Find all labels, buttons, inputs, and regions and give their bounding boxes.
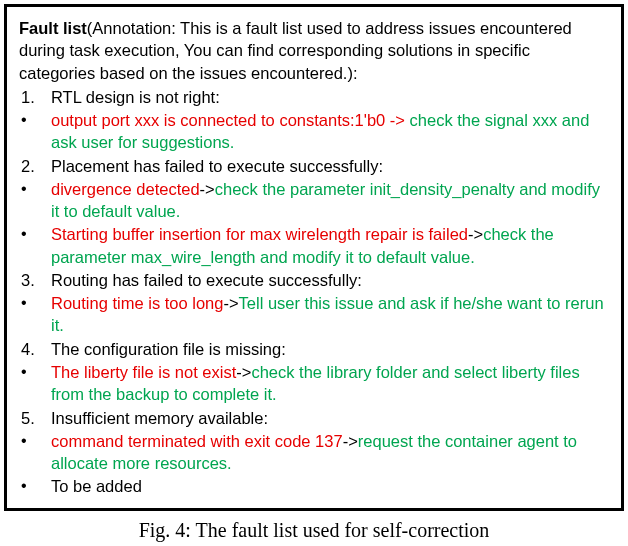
arrow-text: -> bbox=[468, 225, 483, 243]
fault-list-box: Fault list(Annotation: This is a fault l… bbox=[4, 4, 624, 511]
category-row: 3. Routing has failed to execute success… bbox=[19, 269, 609, 291]
category-label: Placement has failed to execute successf… bbox=[51, 155, 609, 177]
bullet-row: • The liberty file is not exist->check t… bbox=[19, 361, 609, 406]
list-number: 3. bbox=[19, 269, 51, 291]
bullet-row: • command terminated with exit code 137-… bbox=[19, 430, 609, 475]
bullet-row: • Routing time is too long->Tell user th… bbox=[19, 292, 609, 337]
bullet-row: • output port xxx is connected to consta… bbox=[19, 109, 609, 154]
list-number: 5. bbox=[19, 407, 51, 429]
category-row: 5. Insufficient memory available: bbox=[19, 407, 609, 429]
category-row: 4. The configuration file is missing: bbox=[19, 338, 609, 360]
bullet-icon: • bbox=[19, 292, 51, 337]
fault-entry: divergence detected->check the parameter… bbox=[51, 178, 609, 223]
fault-entry: command terminated with exit code 137->r… bbox=[51, 430, 609, 475]
bullet-icon: • bbox=[19, 178, 51, 223]
fault-text: divergence detected bbox=[51, 180, 200, 198]
fault-list-annotation: (Annotation: This is a fault list used t… bbox=[19, 19, 572, 82]
list-number: 1. bbox=[19, 86, 51, 108]
category-label: Insufficient memory available: bbox=[51, 407, 609, 429]
solution-dot: . bbox=[470, 248, 475, 266]
fault-text: output port xxx is connected to constant… bbox=[51, 111, 410, 129]
fault-text: Starting buffer insertion for max wirele… bbox=[51, 225, 468, 243]
fault-list-title: Fault list bbox=[19, 19, 87, 37]
fault-entry: The liberty file is not exist->check the… bbox=[51, 361, 609, 406]
fault-text: Routing time is too long bbox=[51, 294, 223, 312]
category-label: Routing has failed to execute successful… bbox=[51, 269, 609, 291]
fault-text: The liberty file is not exist bbox=[51, 363, 236, 381]
list-number: 4. bbox=[19, 338, 51, 360]
category-row: 1. RTL design is not right: bbox=[19, 86, 609, 108]
bullet-row: • divergence detected->check the paramet… bbox=[19, 178, 609, 223]
bullet-icon: • bbox=[19, 430, 51, 475]
figure-caption: Fig. 4: The fault list used for self-cor… bbox=[0, 517, 628, 544]
arrow-text: -> bbox=[223, 294, 238, 312]
arrow-text: -> bbox=[343, 432, 358, 450]
bullet-row: • Starting buffer insertion for max wire… bbox=[19, 223, 609, 268]
category-label: The configuration file is missing: bbox=[51, 338, 609, 360]
fault-entry: output port xxx is connected to constant… bbox=[51, 109, 609, 154]
bullet-icon: • bbox=[19, 223, 51, 268]
fault-entry: Starting buffer insertion for max wirele… bbox=[51, 223, 609, 268]
to-be-added: To be added bbox=[51, 475, 609, 497]
arrow-text: -> bbox=[236, 363, 251, 381]
bullet-icon: • bbox=[19, 475, 51, 497]
fault-text: command terminated with exit code 137 bbox=[51, 432, 343, 450]
bullet-icon: • bbox=[19, 109, 51, 154]
fault-list-header: Fault list(Annotation: This is a fault l… bbox=[19, 17, 609, 84]
fault-entry: Routing time is too long->Tell user this… bbox=[51, 292, 609, 337]
arrow-text: -> bbox=[200, 180, 215, 198]
list-number: 2. bbox=[19, 155, 51, 177]
bullet-icon: • bbox=[19, 361, 51, 406]
category-label: RTL design is not right: bbox=[51, 86, 609, 108]
category-row: 2. Placement has failed to execute succe… bbox=[19, 155, 609, 177]
bullet-row: • To be added bbox=[19, 475, 609, 497]
